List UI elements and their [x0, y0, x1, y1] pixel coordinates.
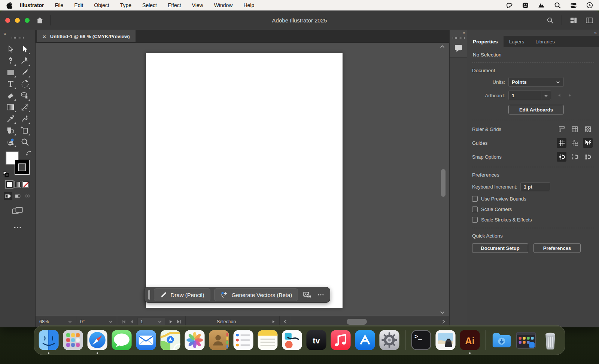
draw-normal-icon[interactable]	[4, 192, 12, 200]
previous-artboard-icon[interactable]	[557, 93, 562, 98]
checkbox-box[interactable]	[472, 196, 478, 202]
dock-mail-icon[interactable]	[135, 329, 157, 351]
snap-to-pixel-button[interactable]	[583, 152, 593, 162]
checkbox-box[interactable]	[472, 207, 478, 212]
menu-item-object[interactable]: Object	[94, 2, 109, 8]
stroke-swatch[interactable]	[15, 160, 29, 174]
canvas[interactable]: Draw (Pencil) Generate Vectors (Beta)	[36, 43, 449, 316]
preferences-button[interactable]: Preferences	[533, 243, 581, 253]
free-transform-tool[interactable]	[19, 102, 30, 113]
minimize-window-button[interactable]	[15, 18, 20, 23]
workspace-switcher-icon[interactable]	[569, 16, 578, 24]
show-grid-button[interactable]	[570, 124, 580, 134]
add-image-icon[interactable]	[302, 289, 312, 300]
none-fill-button[interactable]	[23, 181, 29, 187]
vertical-scrollbar[interactable]	[441, 169, 446, 197]
horizontal-scrollbar-thumb[interactable]	[347, 319, 367, 325]
menu-item-type[interactable]: Type	[120, 2, 131, 8]
selection-tool[interactable]	[19, 44, 30, 55]
artboard-tool[interactable]	[19, 125, 30, 136]
generate-vectors-button[interactable]: Generate Vectors (Beta)	[214, 288, 298, 301]
dock-app-store-icon[interactable]	[354, 329, 376, 351]
menu-item-effect[interactable]: Effect	[168, 2, 181, 8]
clock-menubar-icon[interactable]	[586, 2, 593, 9]
menu-item-illustrator[interactable]: Illustrator	[20, 2, 44, 8]
checkbox-scale-strokes-effects[interactable]: Scale Strokes & Effects	[472, 217, 594, 223]
close-tab-icon[interactable]: ×	[43, 34, 46, 39]
dock-contacts-icon[interactable]	[208, 329, 230, 351]
tab-layers[interactable]: Layers	[504, 36, 530, 47]
dock-maps-icon[interactable]	[159, 329, 181, 351]
first-artboard-icon[interactable]	[121, 319, 126, 324]
menu-item-view[interactable]: View	[192, 2, 203, 8]
panel-toggle-icon[interactable]	[585, 16, 594, 25]
edit-artboards-button[interactable]: Edit Artboards	[508, 105, 564, 114]
dock-notes-icon[interactable]	[257, 329, 279, 351]
dock-launchpad-icon[interactable]	[62, 329, 84, 351]
units-dropdown[interactable]: Points	[508, 77, 564, 87]
dock-freeform-icon[interactable]	[281, 329, 303, 351]
paintbrush-tool[interactable]	[19, 67, 30, 78]
mockup-tool[interactable]	[5, 137, 16, 147]
previous-artboard-icon[interactable]	[129, 319, 134, 324]
snap-to-grid-button[interactable]	[570, 152, 580, 162]
close-window-button[interactable]	[5, 18, 10, 23]
mountains-menubar-icon[interactable]	[538, 2, 545, 9]
edit-toolbar-icon[interactable]	[13, 226, 22, 229]
next-artboard-icon[interactable]	[568, 93, 572, 98]
assistant-menubar-icon[interactable]	[522, 2, 529, 9]
draw-pencil-button[interactable]: Draw (Pencil)	[154, 288, 210, 301]
dock-preview-icon[interactable]	[435, 329, 456, 351]
pen-tool[interactable]	[5, 55, 16, 66]
document-tab[interactable]: × Untitled-1 @ 68 % (CMYK/Preview)	[37, 30, 136, 42]
dock-music-icon[interactable]	[330, 329, 352, 351]
dock-illustrator-icon[interactable]: Ai	[459, 329, 481, 351]
spotlight-menubar-icon[interactable]	[554, 2, 561, 9]
dock-reminders-icon[interactable]	[232, 329, 254, 351]
dock-minimized-window-icon[interactable]	[515, 329, 537, 351]
gradient-fill-button[interactable]	[15, 181, 21, 187]
toggle-rulers-button[interactable]	[557, 124, 566, 134]
change-screen-mode-icon[interactable]	[12, 206, 23, 215]
artboard-select-value[interactable]: 1	[508, 91, 541, 100]
zoom-window-button[interactable]	[25, 18, 30, 23]
puppet-warp-tool[interactable]	[19, 113, 30, 124]
panel-strip-grip[interactable]	[453, 37, 465, 39]
draw-inside-icon[interactable]	[23, 192, 32, 200]
next-artboard-icon[interactable]	[168, 319, 173, 324]
show-guides-button[interactable]	[557, 138, 566, 148]
expand-panels-icon[interactable]: «	[462, 30, 465, 36]
task-bar-grip[interactable]	[148, 290, 150, 300]
toolbar-grip[interactable]	[12, 37, 24, 39]
dock-settings-icon[interactable]	[378, 329, 400, 351]
collapse-toolbar-icon[interactable]: «	[3, 31, 6, 36]
checkbox-scale-corners[interactable]: Scale Corners	[472, 207, 594, 212]
more-options-icon[interactable]	[316, 289, 326, 300]
shape-menubar-icon[interactable]	[506, 2, 513, 9]
dock-terminal-icon[interactable]: >_	[410, 329, 432, 351]
search-icon[interactable]	[546, 16, 554, 24]
comments-panel-icon[interactable]	[451, 42, 466, 54]
draw-behind-icon[interactable]	[13, 192, 22, 200]
menu-item-help[interactable]: Help	[243, 2, 254, 8]
shape-builder-tool[interactable]	[5, 125, 16, 136]
lock-guides-button[interactable]	[570, 138, 580, 148]
snap-to-point-button[interactable]	[557, 152, 566, 162]
swap-fill-stroke-icon[interactable]	[26, 150, 31, 156]
apple-menu-icon[interactable]	[6, 1, 12, 9]
tab-properties[interactable]: Properties	[467, 36, 504, 47]
dock-safari-icon[interactable]	[86, 329, 108, 351]
dock-photos-icon[interactable]	[184, 329, 206, 351]
smart-guides-button[interactable]	[583, 138, 593, 148]
eraser-tool[interactable]	[5, 90, 16, 101]
document-setup-button[interactable]: Document Setup	[472, 243, 528, 253]
contextual-select-tool[interactable]	[19, 90, 30, 101]
default-fill-stroke-icon[interactable]	[3, 171, 9, 177]
gradient-tool[interactable]	[5, 102, 16, 113]
artboard-number-dropdown[interactable]: 1	[137, 318, 165, 326]
menu-item-edit[interactable]: Edit	[74, 2, 83, 8]
checkbox-box[interactable]	[472, 217, 478, 223]
scroll-up-icon[interactable]	[440, 45, 445, 48]
menu-item-window[interactable]: Window	[214, 2, 233, 8]
curvature-tool[interactable]	[19, 55, 30, 66]
